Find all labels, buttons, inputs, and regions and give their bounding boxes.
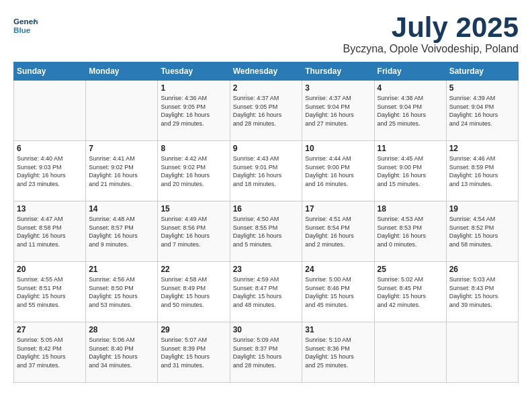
calendar-cell: 21Sunrise: 4:56 AM Sunset: 8:50 PM Dayli… [86,262,158,322]
day-number: 11 [378,144,443,153]
calendar-table: SundayMondayTuesdayWednesdayThursdayFrid… [13,62,519,383]
weekday-header-sunday: Sunday [14,62,86,81]
day-number: 26 [449,265,515,274]
day-info: Sunrise: 4:49 AM Sunset: 8:56 PM Dayligh… [161,215,226,248]
day-info: Sunrise: 5:00 AM Sunset: 8:46 PM Dayligh… [305,275,371,309]
weekday-header-tuesday: Tuesday [158,62,230,81]
day-number: 1 [161,83,226,93]
weekday-header-saturday: Saturday [446,62,518,81]
calendar-cell: 24Sunrise: 5:00 AM Sunset: 8:46 PM Dayli… [302,262,374,322]
calendar-cell: 3Sunrise: 4:37 AM Sunset: 9:04 PM Daylig… [302,81,374,141]
day-number: 20 [17,265,83,274]
day-number: 18 [378,204,443,214]
title-block: July 2025 Byczyna, Opole Voivodeship, Po… [343,13,519,55]
day-info: Sunrise: 5:02 AM Sunset: 8:45 PM Dayligh… [378,275,443,309]
day-number: 24 [305,265,371,274]
calendar-week-5: 27Sunrise: 5:05 AM Sunset: 8:42 PM Dayli… [14,322,519,383]
calendar-cell: 4Sunrise: 4:38 AM Sunset: 9:04 PM Daylig… [374,81,446,141]
calendar-cell: 20Sunrise: 4:55 AM Sunset: 8:51 PM Dayli… [14,262,86,322]
day-info: Sunrise: 4:46 AM Sunset: 8:59 PM Dayligh… [449,154,515,188]
day-number: 25 [378,265,443,274]
calendar-cell: 16Sunrise: 4:50 AM Sunset: 8:55 PM Dayli… [230,201,302,262]
day-info: Sunrise: 4:43 AM Sunset: 9:01 PM Dayligh… [233,154,300,188]
day-info: Sunrise: 4:37 AM Sunset: 9:04 PM Dayligh… [305,94,371,128]
day-info: Sunrise: 4:54 AM Sunset: 8:52 PM Dayligh… [449,215,515,248]
day-info: Sunrise: 5:07 AM Sunset: 8:39 PM Dayligh… [161,336,226,369]
day-number: 13 [17,204,83,214]
day-info: Sunrise: 4:50 AM Sunset: 8:55 PM Dayligh… [233,215,300,248]
weekday-header-thursday: Thursday [302,62,374,81]
calendar-cell [374,322,446,383]
day-number: 10 [305,144,371,153]
calendar-cell: 17Sunrise: 4:51 AM Sunset: 8:54 PM Dayli… [302,201,374,262]
day-info: Sunrise: 4:37 AM Sunset: 9:05 PM Dayligh… [233,94,300,128]
calendar-week-1: 1Sunrise: 4:36 AM Sunset: 9:05 PM Daylig… [14,81,519,141]
calendar-cell: 8Sunrise: 4:42 AM Sunset: 9:02 PM Daylig… [158,141,230,201]
day-info: Sunrise: 5:03 AM Sunset: 8:43 PM Dayligh… [449,275,515,309]
day-number: 14 [89,204,154,214]
calendar-cell: 1Sunrise: 4:36 AM Sunset: 9:05 PM Daylig… [158,81,230,141]
day-number: 19 [449,204,515,214]
page-header: General Blue July 2025 Byczyna, Opole Vo… [13,13,519,55]
calendar-cell: 23Sunrise: 4:59 AM Sunset: 8:47 PM Dayli… [230,262,302,322]
day-info: Sunrise: 4:40 AM Sunset: 9:03 PM Dayligh… [17,154,83,188]
day-number: 15 [161,204,226,214]
day-number: 17 [305,204,371,214]
day-number: 6 [17,144,83,153]
day-number: 16 [233,204,300,214]
day-info: Sunrise: 5:05 AM Sunset: 8:42 PM Dayligh… [17,336,83,369]
day-info: Sunrise: 4:55 AM Sunset: 8:51 PM Dayligh… [17,275,83,309]
month-title: July 2025 [343,13,519,42]
calendar-week-4: 20Sunrise: 4:55 AM Sunset: 8:51 PM Dayli… [14,262,519,322]
weekday-header-wednesday: Wednesday [230,62,302,81]
calendar-header-row: SundayMondayTuesdayWednesdayThursdayFrid… [14,62,519,81]
day-info: Sunrise: 4:38 AM Sunset: 9:04 PM Dayligh… [378,94,443,128]
calendar-week-2: 6Sunrise: 4:40 AM Sunset: 9:03 PM Daylig… [14,141,519,201]
location: Byczyna, Opole Voivodeship, Poland [343,43,519,55]
day-number: 4 [378,83,443,93]
day-info: Sunrise: 5:10 AM Sunset: 8:36 PM Dayligh… [305,336,371,369]
calendar-cell: 28Sunrise: 5:06 AM Sunset: 8:40 PM Dayli… [86,322,158,383]
calendar-cell: 7Sunrise: 4:41 AM Sunset: 9:02 PM Daylig… [86,141,158,201]
logo: General Blue [13,13,38,38]
day-number: 5 [449,83,515,93]
day-number: 29 [161,325,226,334]
day-info: Sunrise: 4:44 AM Sunset: 9:00 PM Dayligh… [305,154,371,188]
day-info: Sunrise: 4:45 AM Sunset: 9:00 PM Dayligh… [378,154,443,188]
calendar-cell: 19Sunrise: 4:54 AM Sunset: 8:52 PM Dayli… [446,201,518,262]
day-info: Sunrise: 4:56 AM Sunset: 8:50 PM Dayligh… [89,275,154,309]
day-info: Sunrise: 5:09 AM Sunset: 8:37 PM Dayligh… [233,336,300,369]
weekday-header-friday: Friday [374,62,446,81]
calendar-cell: 12Sunrise: 4:46 AM Sunset: 8:59 PM Dayli… [446,141,518,201]
calendar-cell: 22Sunrise: 4:58 AM Sunset: 8:49 PM Dayli… [158,262,230,322]
calendar-cell: 30Sunrise: 5:09 AM Sunset: 8:37 PM Dayli… [230,322,302,383]
day-number: 27 [17,325,83,334]
day-info: Sunrise: 4:48 AM Sunset: 8:57 PM Dayligh… [89,215,154,248]
day-number: 2 [233,83,300,93]
day-number: 12 [449,144,515,153]
day-info: Sunrise: 4:41 AM Sunset: 9:02 PM Dayligh… [89,154,154,188]
svg-text:Blue: Blue [13,26,31,34]
day-number: 7 [89,144,154,153]
day-number: 22 [161,265,226,274]
calendar-cell [86,81,158,141]
calendar-body: 1Sunrise: 4:36 AM Sunset: 9:05 PM Daylig… [14,81,519,383]
day-number: 30 [233,325,300,334]
calendar-cell: 31Sunrise: 5:10 AM Sunset: 8:36 PM Dayli… [302,322,374,383]
calendar-cell: 18Sunrise: 4:53 AM Sunset: 8:53 PM Dayli… [374,201,446,262]
calendar-cell: 2Sunrise: 4:37 AM Sunset: 9:05 PM Daylig… [230,81,302,141]
calendar-cell: 25Sunrise: 5:02 AM Sunset: 8:45 PM Dayli… [374,262,446,322]
day-info: Sunrise: 4:42 AM Sunset: 9:02 PM Dayligh… [161,154,226,188]
day-info: Sunrise: 5:06 AM Sunset: 8:40 PM Dayligh… [89,336,154,369]
day-number: 28 [89,325,154,334]
day-number: 3 [305,83,371,93]
day-info: Sunrise: 4:58 AM Sunset: 8:49 PM Dayligh… [161,275,226,309]
weekday-header-monday: Monday [86,62,158,81]
calendar-cell: 29Sunrise: 5:07 AM Sunset: 8:39 PM Dayli… [158,322,230,383]
day-info: Sunrise: 4:47 AM Sunset: 8:58 PM Dayligh… [17,215,83,248]
calendar-cell: 9Sunrise: 4:43 AM Sunset: 9:01 PM Daylig… [230,141,302,201]
day-info: Sunrise: 4:53 AM Sunset: 8:53 PM Dayligh… [378,215,443,248]
calendar-cell: 13Sunrise: 4:47 AM Sunset: 8:58 PM Dayli… [14,201,86,262]
day-info: Sunrise: 4:39 AM Sunset: 9:04 PM Dayligh… [449,94,515,128]
day-number: 9 [233,144,300,153]
